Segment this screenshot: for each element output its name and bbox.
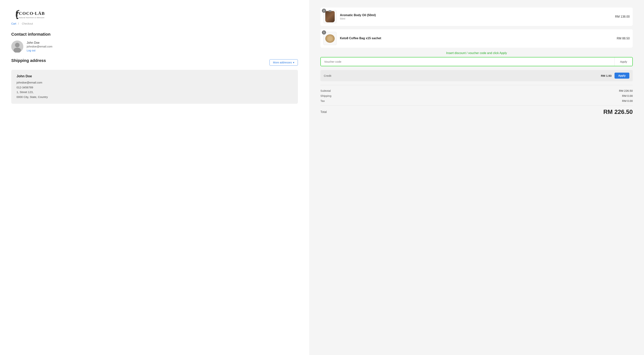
address-line1: 1, Street 123,	[16, 90, 34, 94]
voucher-row: Apply	[320, 57, 633, 66]
cart-link[interactable]: Cart	[11, 22, 16, 25]
shipping-label: Shipping	[320, 94, 331, 97]
more-addresses-button[interactable]: More addresses ▾	[270, 59, 298, 66]
breadcrumb: Cart / Checkout	[11, 22, 298, 25]
body-oil-image	[325, 11, 335, 22]
subtotal-row: Subtotal RM 226.50	[320, 88, 633, 93]
credit-amount: RM 1.93	[601, 74, 612, 77]
svg-text:Natural Nutrition & Skincare: Natural Nutrition & Skincare	[19, 17, 44, 18]
total-final-row: Total RM 226.50	[320, 105, 633, 115]
contact-info: John Doe johndoe@email.com Log out	[27, 41, 52, 52]
logout-link[interactable]: Log out	[27, 49, 36, 52]
totals-section: Subtotal RM 226.50 Shipping RM 0.00 Tax …	[320, 85, 633, 103]
voucher-input[interactable]	[321, 57, 615, 66]
item-1-name: Aromatic Body Oil (50ml)	[340, 13, 612, 17]
svg-text:COCO·LAB: COCO·LAB	[19, 11, 45, 16]
address-details: johndoe@email.com 012-3456789 1, Street …	[16, 80, 292, 99]
contact-name: John Doe	[27, 41, 52, 44]
order-item-1: 2 Aromatic Body Oil (50ml) 50ml RM 138.0…	[320, 7, 633, 26]
brand-logo: COCO·LAB ® ® Natural Nutrition & Skincar…	[11, 7, 45, 21]
voucher-hint: Insert discount / voucher code and click…	[320, 51, 633, 55]
breadcrumb-separator: /	[18, 22, 19, 25]
item-2-info: Keto8 Coffee Bag x15 sachet	[340, 36, 614, 40]
avatar	[11, 40, 23, 52]
credit-row: Credit RM 1.93 Apply	[320, 70, 633, 81]
checkout-label: Checkout	[22, 22, 33, 25]
coffee-bag-image	[325, 34, 335, 43]
tax-value: RM 0.00	[622, 99, 633, 102]
chevron-down-icon: ▾	[293, 61, 294, 64]
contact-card: John Doe johndoe@email.com Log out	[11, 40, 298, 52]
shipping-row: Shipping RM 0.00	[320, 93, 633, 98]
item-1-variant: 50ml	[340, 17, 612, 20]
avatar-icon	[11, 40, 23, 52]
voucher-apply-button[interactable]: Apply	[614, 57, 632, 66]
contact-section-title: Contact information	[11, 32, 298, 37]
item-2-name: Keto8 Coffee Bag x15 sachet	[340, 36, 614, 40]
subtotal-label: Subtotal	[320, 89, 331, 92]
subtotal-value: RM 226.50	[619, 89, 633, 92]
svg-point-0	[16, 18, 18, 19]
total-label: Total	[320, 110, 327, 114]
shipping-header: Shipping address More addresses ▾	[11, 58, 298, 67]
shipping-value: RM 0.00	[622, 94, 633, 97]
tax-row: Tax RM 0.00	[320, 98, 633, 103]
address-name: John Doe	[16, 74, 292, 78]
address-card: John Doe johndoe@email.com 012-3456789 1…	[11, 70, 298, 104]
contact-email: johndoe@email.com	[27, 45, 52, 48]
order-item-2: 1 Keto8 Coffee Bag x15 sachet RM 88.50	[320, 29, 633, 48]
tax-label: Tax	[320, 99, 325, 102]
item-1-info: Aromatic Body Oil (50ml) 50ml	[340, 13, 612, 20]
address-email: johndoe@email.com	[16, 81, 42, 84]
total-amount: RM 226.50	[603, 108, 633, 115]
credit-label: Credit	[324, 74, 601, 77]
item-2-quantity-badge: 1	[322, 30, 326, 34]
item-1-image-wrap: 2	[324, 10, 336, 23]
address-line2: 0000 City, State, Country	[16, 95, 48, 98]
svg-text:®: ®	[39, 11, 40, 13]
item-2-image-wrap: 1	[324, 32, 336, 45]
address-phone: 012-3456789	[16, 86, 33, 89]
logo-area: COCO·LAB ® ® Natural Nutrition & Skincar…	[11, 7, 298, 21]
svg-point-6	[15, 43, 20, 47]
credit-apply-button[interactable]: Apply	[614, 73, 629, 79]
more-addresses-label: More addresses	[273, 61, 292, 64]
shipping-section-title: Shipping address	[11, 58, 46, 63]
item-1-image-box	[324, 10, 336, 23]
item-1-price: RM 138.00	[615, 15, 630, 18]
item-2-price: RM 88.50	[617, 37, 630, 40]
